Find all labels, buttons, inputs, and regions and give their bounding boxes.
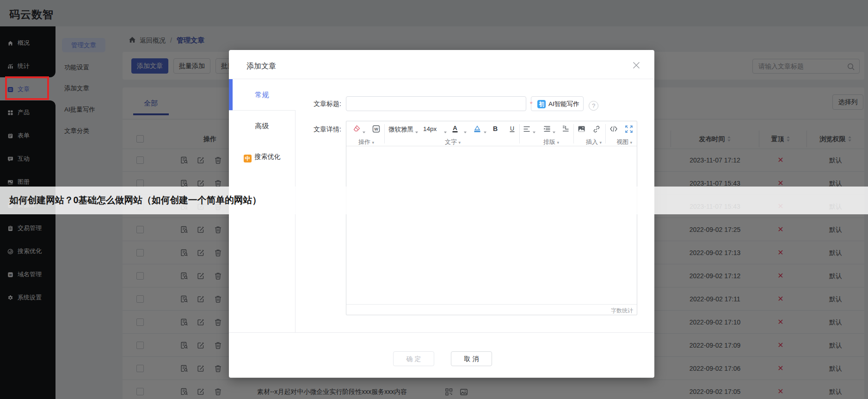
svg-text:U: U [510,125,514,132]
svg-text:A: A [453,125,457,131]
svg-text:B: B [493,125,498,132]
svg-text:W: W [374,127,378,131]
